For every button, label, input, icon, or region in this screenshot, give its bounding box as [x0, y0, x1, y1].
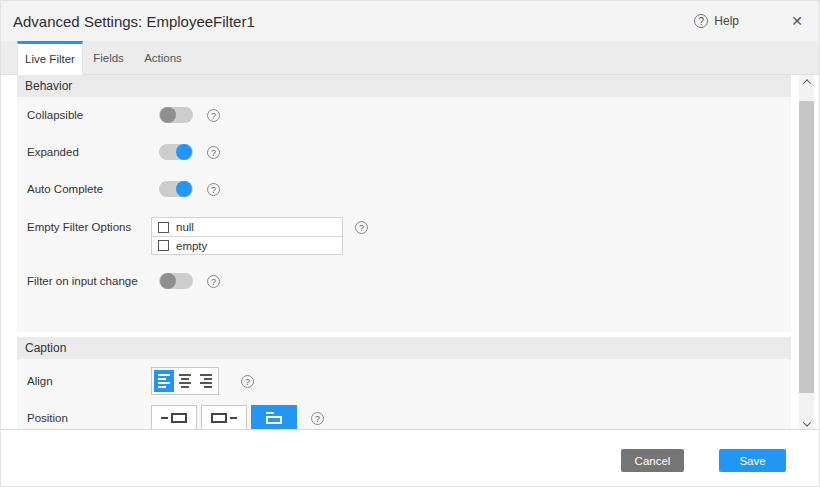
- position-button-group: [151, 405, 297, 431]
- position-help-icon[interactable]: ?: [311, 412, 324, 425]
- expanded-label: Expanded: [27, 146, 159, 158]
- collapsible-help-icon[interactable]: ?: [207, 109, 220, 122]
- tab-actions[interactable]: Actions: [134, 41, 192, 74]
- caption-section: Caption Align ? Position: [17, 337, 791, 431]
- toggle-knob: [160, 107, 176, 123]
- tab-fields[interactable]: Fields: [83, 41, 134, 74]
- titlebar: Advanced Settings: EmployeeFilter1 ? Hel…: [1, 1, 819, 41]
- toggle-knob: [176, 144, 192, 160]
- row-filter-on-input-change: Filter on input change ?: [27, 271, 781, 291]
- help-icon[interactable]: ?: [694, 14, 708, 28]
- tab-live-filter[interactable]: Live Filter: [17, 41, 83, 75]
- empty-filter-options-help-icon[interactable]: ?: [355, 221, 368, 234]
- auto-complete-toggle[interactable]: [159, 181, 193, 197]
- caption-right-icon: [211, 413, 227, 423]
- filter-on-input-change-toggle[interactable]: [159, 273, 193, 289]
- align-label: Align: [27, 375, 151, 387]
- null-option-label: null: [176, 221, 194, 233]
- list-item-null[interactable]: null: [152, 218, 342, 236]
- help-button[interactable]: ? Help: [694, 1, 739, 41]
- position-label: Position: [27, 412, 151, 424]
- align-left-button[interactable]: [154, 370, 174, 392]
- tab-bar: Live Filter Fields Actions: [1, 41, 819, 75]
- row-auto-complete: Auto Complete ?: [27, 179, 781, 199]
- empty-checkbox[interactable]: [158, 240, 169, 251]
- scroll-up-icon[interactable]: [799, 75, 814, 89]
- align-center-button[interactable]: [175, 370, 195, 392]
- row-align: Align ?: [27, 367, 781, 395]
- dialog-footer: Cancel Save: [1, 429, 819, 486]
- collapsible-toggle[interactable]: [159, 107, 193, 123]
- row-collapsible: Collapsible ?: [27, 105, 781, 125]
- page-title: Advanced Settings: EmployeeFilter1: [13, 1, 255, 42]
- caption-top-icon: [266, 412, 282, 424]
- collapsible-label: Collapsible: [27, 109, 159, 121]
- behavior-section: Behavior Collapsible ? Expanded ? Auto C…: [17, 75, 791, 332]
- align-help-icon[interactable]: ?: [241, 375, 254, 388]
- position-top-button[interactable]: [251, 405, 297, 431]
- row-empty-filter-options: Empty Filter Options null empty ?: [27, 217, 781, 255]
- help-label: Help: [714, 14, 739, 28]
- row-position: Position: [27, 405, 781, 431]
- auto-complete-label: Auto Complete: [27, 183, 159, 195]
- close-icon[interactable]: ✕: [791, 1, 803, 41]
- align-left-icon: [158, 374, 170, 388]
- filter-on-input-change-label: Filter on input change: [27, 275, 159, 287]
- empty-option-label: empty: [176, 240, 207, 252]
- expanded-toggle[interactable]: [159, 144, 193, 160]
- null-checkbox[interactable]: [158, 222, 169, 233]
- position-left-button[interactable]: [151, 405, 197, 431]
- toggle-knob: [176, 181, 192, 197]
- cancel-button[interactable]: Cancel: [621, 449, 684, 472]
- settings-content: Behavior Collapsible ? Expanded ? Auto C…: [1, 75, 819, 431]
- advanced-settings-dialog: Advanced Settings: EmployeeFilter1 ? Hel…: [0, 0, 820, 487]
- empty-filter-options-list: null empty: [151, 217, 343, 255]
- align-button-group: [151, 367, 219, 395]
- scrollbar-thumb[interactable]: [799, 101, 814, 393]
- caption-left-icon: [161, 417, 168, 419]
- align-right-icon: [200, 374, 212, 388]
- list-item-empty[interactable]: empty: [152, 236, 342, 254]
- position-right-button[interactable]: [201, 405, 247, 431]
- behavior-section-title: Behavior: [17, 75, 791, 97]
- expanded-help-icon[interactable]: ?: [207, 146, 220, 159]
- toggle-knob: [160, 273, 176, 289]
- align-center-icon: [179, 374, 191, 388]
- empty-filter-options-label: Empty Filter Options: [27, 221, 151, 233]
- caption-section-title: Caption: [17, 337, 791, 359]
- save-button[interactable]: Save: [719, 449, 786, 472]
- filter-on-input-change-help-icon[interactable]: ?: [207, 275, 220, 288]
- auto-complete-help-icon[interactable]: ?: [207, 183, 220, 196]
- align-right-button[interactable]: [196, 370, 216, 392]
- vertical-scrollbar[interactable]: [799, 75, 814, 431]
- row-expanded: Expanded ?: [27, 142, 781, 162]
